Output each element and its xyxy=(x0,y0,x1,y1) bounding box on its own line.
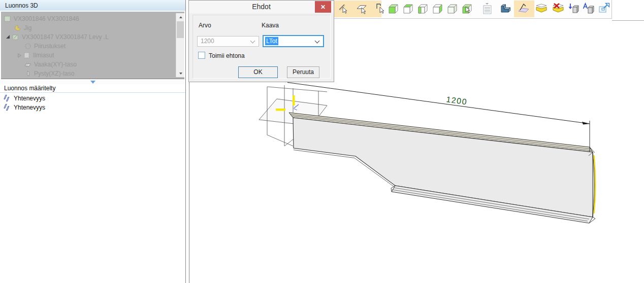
scrollbar-thumb[interactable] xyxy=(177,21,184,38)
formula-label: Kaava xyxy=(262,22,279,29)
view-top-icon[interactable] xyxy=(402,2,415,16)
constraint-item[interactable]: Yhtenevyys xyxy=(0,94,185,103)
tree-item-assembly[interactable]: VX3001846 VX3001846 xyxy=(1,14,184,23)
expand-view-icon[interactable] xyxy=(598,2,611,16)
constraint-item[interactable]: Yhtenevyys xyxy=(0,103,185,112)
formula-combobox[interactable]: LTot xyxy=(263,35,324,47)
tree-item-label: Pysty(XZ)-taso xyxy=(34,70,74,77)
scroll-down-icon[interactable] xyxy=(176,69,184,77)
sketch-toolbar xyxy=(329,0,612,19)
panel-title: Luonnos 3D xyxy=(0,0,185,11)
value-combobox[interactable]: 1200 xyxy=(197,36,259,47)
close-icon[interactable]: ✕ xyxy=(315,1,331,13)
plane-xz-icon xyxy=(24,70,31,77)
assembly-icon xyxy=(4,15,11,22)
view-right-icon[interactable] xyxy=(431,2,444,16)
constraint-label: Yhtenevyys xyxy=(14,95,45,102)
tree-item-label: Ilmiasut xyxy=(33,52,54,59)
panel-right-border xyxy=(185,0,186,283)
reference-select-icon[interactable] xyxy=(374,2,387,16)
sheet-metal-part[interactable] xyxy=(289,113,595,223)
profile-extrude-icon[interactable] xyxy=(499,2,512,16)
ok-button[interactable]: OK xyxy=(238,66,278,78)
plane-select-icon[interactable] xyxy=(356,2,369,16)
application-window: 1200 Luonnos 3D VX3001846 VX3001846 Jig xyxy=(0,0,644,283)
view-front-icon[interactable] xyxy=(387,2,400,16)
coincidence-icon xyxy=(4,94,11,102)
value-label: Arvo xyxy=(199,22,211,29)
tree-item-label: Jig xyxy=(24,24,31,31)
expander-collapsed-icon[interactable] xyxy=(15,52,23,59)
feature-list-icon[interactable] xyxy=(481,2,494,16)
tree-item-label: Vaaka(XY)-taso xyxy=(34,61,77,68)
tree-scrollbar[interactable] xyxy=(176,13,184,77)
tree-item-label: VX3001846 VX3001846 xyxy=(14,15,79,22)
tree-item-label: VX3001847 VX3001847 Levy .L xyxy=(22,33,109,41)
view-face-select-icon[interactable] xyxy=(461,2,474,16)
insert-part-icon[interactable] xyxy=(567,2,581,16)
plane-xy-icon xyxy=(24,61,31,68)
constraint-list: Yhtenevyys Yhtenevyys xyxy=(0,94,185,112)
drawings-icon xyxy=(24,43,31,50)
view-iso-icon[interactable] xyxy=(446,2,459,16)
jig-icon xyxy=(14,24,21,31)
part-icon xyxy=(12,33,19,41)
dimension-arrowhead xyxy=(582,122,590,125)
material-box-icon[interactable] xyxy=(535,2,548,16)
toolbar-edge-line xyxy=(612,20,644,21)
conditions-dialog: Ehdot ✕ Arvo Kaava 1200 LTot Toimii ehto… xyxy=(188,0,334,82)
splitter-arrow-icon xyxy=(90,81,95,84)
sketch-select-icon[interactable] xyxy=(337,2,350,16)
sheet-bend-icon[interactable] xyxy=(518,2,531,16)
tree-item-part[interactable]: VX3001847 VX3001847 Levy .L xyxy=(1,32,184,42)
coincidence-icon xyxy=(4,103,11,112)
constraint-label: Yhtenevyys xyxy=(14,104,45,111)
material-delete-icon[interactable] xyxy=(552,2,565,16)
tree-item-plane-xy[interactable]: Vaaka(XY)-taso xyxy=(1,60,184,69)
constraints-section-title: Luonnos määritelty xyxy=(0,84,185,93)
expander-expanded-icon[interactable] xyxy=(4,33,12,41)
dialog-title: Ehdot xyxy=(189,1,334,13)
tree-item-drawings[interactable]: Piirustukset xyxy=(1,42,184,51)
chevron-down-icon[interactable] xyxy=(315,39,320,44)
annotation-text-icon[interactable] xyxy=(582,2,595,16)
view-left-icon[interactable] xyxy=(416,2,430,16)
tree-item-features[interactable]: Ilmiasut xyxy=(1,51,184,60)
acts-as-condition-checkbox[interactable] xyxy=(198,52,205,59)
sketch-browser-panel: Luonnos 3D VX3001846 VX3001846 Jig xyxy=(0,0,185,283)
cancel-button[interactable]: Peruuta xyxy=(287,66,319,78)
tree-item-jig[interactable]: Jig xyxy=(1,23,184,32)
scroll-up-icon[interactable] xyxy=(176,13,184,21)
value-combobox-text: 1200 xyxy=(201,38,214,45)
chevron-down-icon[interactable] xyxy=(250,39,255,44)
features-icon xyxy=(23,52,30,59)
acts-as-condition-label: Toimii ehtona xyxy=(209,52,245,59)
model-tree: VX3001846 VX3001846 Jig VX3001847 VX300 xyxy=(1,12,184,79)
tree-item-plane-xz[interactable]: Pysty(XZ)-taso xyxy=(1,69,184,78)
tree-item-label: Piirustukset xyxy=(34,43,66,50)
formula-combobox-text: LTot xyxy=(265,37,278,45)
panel-splitter[interactable] xyxy=(0,80,185,84)
